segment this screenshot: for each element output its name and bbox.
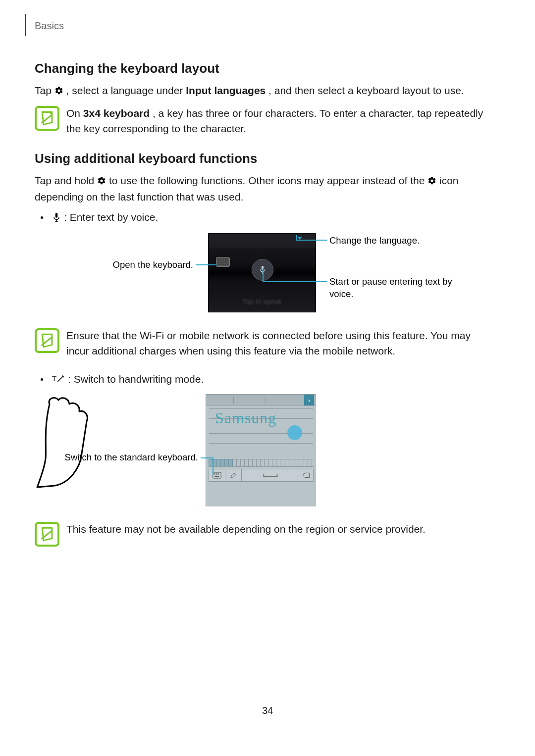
svg-rect-10 — [215, 476, 219, 477]
gear-icon — [428, 174, 436, 189]
para-tap-and-hold: Tap and hold to use the following functi… — [35, 173, 490, 204]
separator — [266, 397, 266, 403]
callout-line — [263, 281, 327, 282]
note-text: This feature may not be available depend… — [66, 522, 426, 537]
gear-icon — [54, 84, 63, 99]
backspace-button — [299, 469, 314, 482]
text-fragment: to use the following functions. Other ic… — [109, 175, 428, 186]
callout-switch-standard-keyboard: Switch to the standard keyboard. — [50, 452, 198, 464]
hand-pointer-illustration — [35, 394, 114, 488]
note-text: Ensure that the Wi-Fi or mobile network … — [66, 328, 490, 358]
chevron-right-icon: › — [304, 395, 314, 405]
note-3x4-keyboard: On 3x4 keyboard , a key has three or fou… — [35, 106, 490, 136]
handwriting-toolbar — [209, 469, 314, 482]
bullet-voice-text: : Enter text by voice. — [64, 211, 158, 223]
bullet-handwriting-text: : Switch to handwriting mode. — [68, 373, 204, 385]
callout-line — [196, 264, 216, 265]
page: Basics Changing the keyboard layout Tap … — [0, 0, 535, 756]
svg-rect-7 — [214, 473, 215, 474]
voice-screenshot: Tap to speak — [208, 233, 316, 312]
callout-line — [201, 457, 213, 458]
separator — [233, 397, 234, 403]
svg-rect-8 — [216, 473, 217, 474]
page-content: Changing the keyboard layout Tap , selec… — [35, 61, 490, 547]
suggestion-bar: › — [206, 395, 316, 406]
svg-rect-6 — [213, 472, 221, 478]
callout-open-keyboard: Open the keyboard. — [89, 259, 193, 271]
keyboard-switch-button — [209, 469, 225, 482]
figure-handwriting: › Samsung — [35, 394, 490, 508]
running-head: Basics — [25, 19, 500, 36]
microphone-icon — [52, 212, 61, 223]
svg-rect-0 — [55, 213, 58, 218]
text-fragment: , and then select a keyboard layout to u… — [268, 85, 464, 96]
pen-mode-button — [225, 469, 242, 482]
callout-line — [263, 268, 264, 282]
callout-start-pause-voice: Start or pause entering text by voice. — [329, 276, 458, 301]
running-head-rule — [25, 14, 26, 36]
note-text: On 3x4 keyboard , a key has three or fou… — [66, 106, 490, 136]
bullet-dot — [41, 216, 43, 219]
bullet-handwriting: T : Switch to handwriting mode. — [41, 373, 490, 385]
running-head-label: Basics — [35, 19, 64, 32]
bullet-dot — [41, 378, 43, 381]
heading-additional-functions: Using additional keyboard functions — [35, 151, 490, 166]
callout-line — [296, 240, 327, 241]
note-icon — [35, 522, 59, 547]
callout-change-language: Change the language. — [329, 235, 420, 247]
handwriting-icon: T — [52, 374, 65, 384]
page-number: 34 — [0, 705, 535, 716]
svg-rect-9 — [218, 473, 219, 474]
bullet-voice: : Enter text by voice. — [41, 211, 490, 223]
voice-language-bar — [208, 233, 316, 248]
text-fragment: On — [66, 107, 83, 119]
gear-icon — [97, 174, 106, 189]
figure-voice-entry: Tap to speak Open the keyboard. Change t… — [35, 233, 490, 322]
touch-point-icon — [287, 425, 302, 440]
keyboard-icon — [216, 257, 230, 267]
note-wifi: Ensure that the Wi-Fi or mobile network … — [35, 328, 490, 358]
callout-line — [296, 235, 297, 240]
note-icon — [35, 106, 59, 131]
space-button — [241, 469, 299, 482]
callout-line — [213, 457, 214, 475]
para-select-language: Tap , select a language under Input lang… — [35, 83, 490, 99]
text-fragment: , select a language under — [66, 85, 186, 96]
svg-text:T: T — [52, 375, 56, 383]
bold-input-languages: Input languages — [186, 85, 266, 96]
note-region: This feature may not be available depend… — [35, 522, 490, 547]
bold-3x4-keyboard: 3x4 keyboard — [83, 107, 150, 119]
text-fragment: Tap and hold — [35, 175, 97, 186]
tap-to-speak-label: Tap to speak — [208, 298, 316, 305]
handwritten-text: Samsung — [215, 409, 276, 427]
note-icon — [35, 328, 59, 353]
handwriting-screenshot: › Samsung — [206, 394, 316, 506]
text-fragment: Tap — [35, 85, 54, 96]
heading-changing-keyboard-layout: Changing the keyboard layout — [35, 61, 490, 76]
